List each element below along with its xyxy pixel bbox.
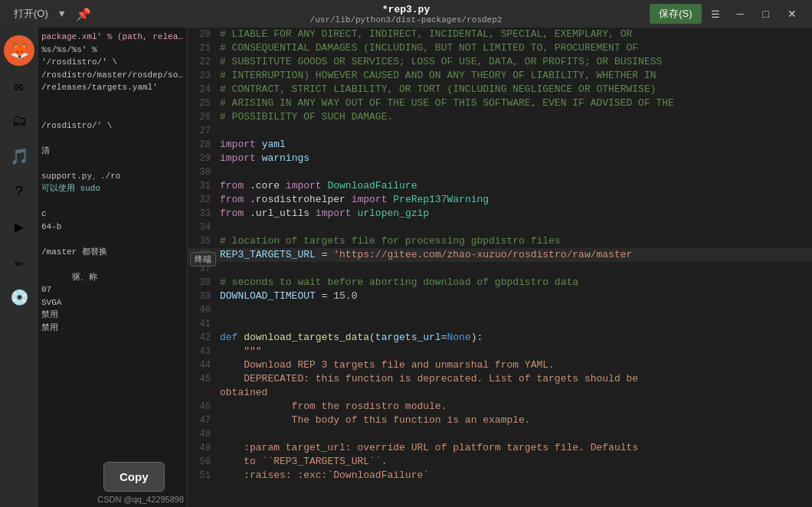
line-content: import warnings	[217, 152, 812, 165]
term-line	[41, 94, 184, 107]
minimize-button[interactable]: ─	[729, 5, 752, 23]
term-line	[41, 106, 184, 119]
line-number: 41	[188, 317, 217, 331]
code-line-45: 45 DEPRECATED: this function is deprecat…	[188, 372, 812, 386]
line-number: 50	[188, 455, 217, 469]
line-content: from the rosdistro module.	[217, 400, 812, 414]
line-number: 20	[188, 28, 217, 41]
code-line-20: 20 # LIABLE FOR ANY DIRECT, INDIRECT, IN…	[188, 28, 812, 41]
term-line: 禁用	[41, 309, 184, 322]
line-number: 25	[188, 96, 217, 110]
line-number: 38	[188, 276, 217, 289]
line-number: 35	[188, 234, 217, 248]
menu-button[interactable]: ☰	[705, 5, 726, 23]
line-number: 39	[188, 289, 217, 303]
titlebar-left: 打开(O) ▼ 📌	[8, 4, 97, 25]
open-dropdown-icon[interactable]: ▼	[59, 8, 65, 20]
titlebar-right: 保存(S) ☰ ─ □ ✕	[650, 4, 804, 24]
line-number: 47	[188, 414, 217, 427]
term-line	[41, 132, 184, 145]
code-line-26: 26 # POSSIBILITY OF SUCH DAMAGE.	[188, 110, 812, 124]
line-content: obtained	[217, 386, 812, 400]
terminal-tag[interactable]: 终端	[190, 252, 216, 267]
code-line-21: 21 # CONSEQUENTIAL DAMAGES (INCLUDING, B…	[188, 41, 812, 55]
pin-button[interactable]: 📌	[70, 4, 97, 25]
code-line-36: 36 REP3_TARGETS_URL = 'https://gitee.com…	[188, 248, 812, 262]
code-line-33: 33 from .url_utils import urlopen_gzip	[188, 207, 812, 221]
code-line-43: 43 """	[188, 345, 812, 358]
line-content: :raises: :exc:`DownloadFailure`	[217, 469, 812, 482]
help-icon[interactable]: ?	[4, 176, 34, 207]
line-content: from .core import DownloadFailure	[217, 179, 812, 193]
line-content: # location of targets file for processin…	[217, 234, 812, 248]
term-line: /rosdistro/' \	[41, 119, 184, 132]
sidebar-icons: 🦊✉🗂🎵?▶✏💿	[0, 28, 38, 507]
term-line: SVGA	[41, 296, 184, 309]
line-number: 23	[188, 69, 217, 83]
line-number: 43	[188, 345, 217, 358]
close-button[interactable]: ✕	[780, 5, 804, 23]
line-content: # ARISING IN ANY WAY OUT OF THE USE OF T…	[217, 96, 812, 110]
line-number: 29	[188, 152, 217, 165]
code-line-44: 44 Download REP 3 targets file and unmar…	[188, 358, 812, 372]
term-line: support.py、./ro	[41, 170, 184, 183]
code-line-31: 31 from .core import DownloadFailure	[188, 179, 812, 193]
disc-icon[interactable]: 💿	[4, 282, 34, 312]
line-content: import yaml	[217, 138, 812, 152]
line-content: # LIABLE FOR ANY DIRECT, INDIRECT, INCID…	[217, 28, 812, 41]
terminal-icon[interactable]: ▶	[4, 211, 34, 242]
line-content: DEPRECATED: this function is deprecated.…	[217, 372, 812, 386]
line-number: 51	[188, 469, 217, 482]
line-content: def download_targets_data(targets_url=No…	[217, 331, 812, 345]
titlebar-center: *rep3.py /usr/lib/python3/dist-packages/…	[310, 4, 503, 25]
term-line: /rosdistro/master/rosdep/sources	[41, 69, 184, 82]
term-line	[41, 195, 184, 208]
code-line-28: 28 import yaml	[188, 138, 812, 152]
line-number: 30	[188, 165, 217, 179]
term-line: %s/%s/%s' %	[41, 44, 184, 57]
code-line-47: 47 The body of this function is an examp…	[188, 414, 812, 427]
line-content: from .url_utils import urlopen_gzip	[217, 207, 812, 221]
line-number: 40	[188, 303, 217, 317]
firefox-icon[interactable]: 🦊	[4, 35, 34, 66]
left-panel: package.xml' % (path, release_ta %s/%s/%…	[38, 28, 188, 507]
line-number: 26	[188, 110, 217, 124]
line-number: 24	[188, 83, 217, 96]
code-line-49: 49 :param target_url: override URL of pl…	[188, 441, 812, 455]
csdn-watermark: CSDN @qq_42295898	[97, 495, 184, 504]
line-content: to ``REP3_TARGETS_URL``.	[217, 455, 812, 469]
copy-button[interactable]: Copy	[103, 462, 165, 492]
line-number: 34	[188, 221, 217, 234]
line-content: :param target_url: override URL of platf…	[217, 441, 812, 455]
save-button[interactable]: 保存(S)	[650, 4, 701, 24]
text-editor-icon[interactable]: ✏	[4, 247, 34, 277]
code-line-35: 35 # location of targets file for proces…	[188, 234, 812, 248]
line-content: The body of this function is an example.	[217, 414, 812, 427]
term-line: '/rosdistro/' \	[41, 56, 184, 69]
line-number: 42	[188, 331, 217, 345]
line-content: # CONSEQUENTIAL DAMAGES (INCLUDING, BUT …	[217, 41, 812, 55]
term-line: 可以使用 sudo	[41, 182, 184, 195]
music-icon[interactable]: 🎵	[4, 141, 34, 172]
line-content: Download REP 3 targets file and unmarsha…	[217, 358, 812, 372]
file-path: /usr/lib/python3/dist-packages/rosdep2	[310, 15, 503, 25]
code-line-48: 48	[188, 427, 812, 441]
term-line: 清	[41, 145, 184, 158]
maximize-button[interactable]: □	[755, 5, 777, 23]
term-line: c	[41, 208, 184, 221]
code-line-46: 46 from the rosdistro module.	[188, 400, 812, 414]
code-editor: 终端 20 # LIABLE FOR ANY DIRECT, INDIRECT,…	[188, 28, 812, 507]
line-number: 31	[188, 179, 217, 193]
code-line-24: 24 # CONTRACT, STRICT LIABILITY, OR TORT…	[188, 83, 812, 96]
files-icon[interactable]: 🗂	[4, 106, 34, 136]
term-line: 驱、称	[41, 271, 184, 284]
term-line: 禁用	[41, 322, 184, 335]
titlebar: 打开(O) ▼ 📌 *rep3.py /usr/lib/python3/dist…	[0, 0, 812, 28]
line-content: # seconds to wait before aborting downlo…	[217, 276, 812, 289]
mail-icon[interactable]: ✉	[4, 70, 34, 101]
open-button[interactable]: 打开(O)	[8, 4, 54, 24]
main-layout: 🦊✉🗂🎵?▶✏💿 package.xml' % (path, release_t…	[0, 28, 812, 507]
term-line	[41, 258, 184, 271]
file-name: *rep3.py	[382, 4, 430, 15]
code-line-51: 51 :raises: :exc:`DownloadFailure`	[188, 469, 812, 482]
